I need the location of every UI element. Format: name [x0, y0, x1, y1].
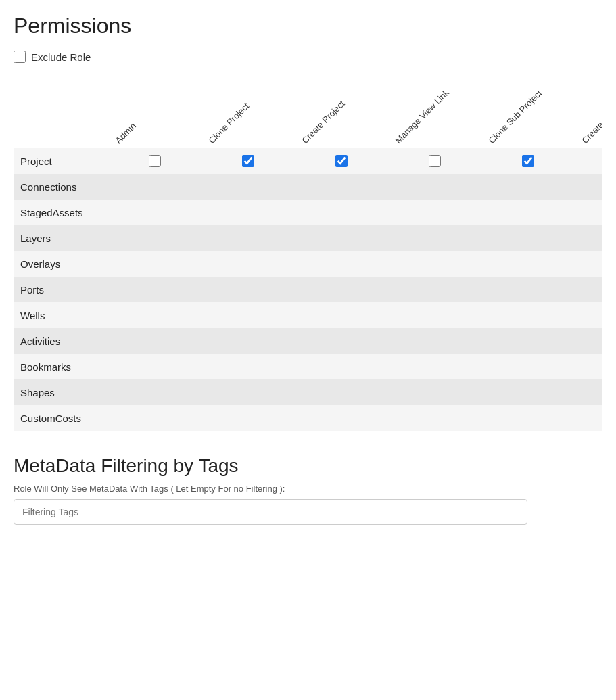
cell-bookmarks-createSubProject: [575, 354, 602, 379]
cell-activities-createSubProject: [575, 328, 602, 354]
cell-wells-manageViewLink: [388, 302, 481, 328]
cell-connections-cloneProject: [202, 174, 295, 200]
row-label-customcosts: CustomCosts: [14, 405, 108, 431]
cell-project-cloneProject[interactable]: [202, 148, 295, 174]
table-row: Connections: [14, 174, 602, 200]
table-row: StagedAssets: [14, 200, 602, 225]
cell-overlays-manageViewLink: [388, 251, 481, 277]
filtering-tags-input[interactable]: [14, 499, 527, 525]
cell-connections-manageViewLink: [388, 174, 481, 200]
cell-connections-createProject: [295, 174, 388, 200]
table-row: Wells: [14, 302, 602, 328]
metadata-section: MetaData Filtering by Tags Role Will Onl…: [14, 455, 602, 525]
checkbox-project-admin[interactable]: [149, 155, 161, 167]
page-title: Permissions: [14, 14, 602, 39]
cell-wells-cloneProject: [202, 302, 295, 328]
col-header-admin: Admin: [108, 67, 202, 148]
row-label-overlays: Overlays: [14, 251, 108, 277]
table-row: Activities: [14, 328, 602, 354]
table-row: CustomCosts: [14, 405, 602, 431]
col-header-cloneProject: Clone Project: [202, 67, 295, 148]
checkbox-project-cloneProject[interactable]: [242, 155, 254, 167]
row-label-connections: Connections: [14, 174, 108, 200]
cell-activities-cloneProject: [202, 328, 295, 354]
cell-overlays-cloneSubProject: [481, 251, 575, 277]
cell-activities-createProject: [295, 328, 388, 354]
checkbox-project-createProject[interactable]: [335, 155, 348, 167]
cell-shapes-createProject: [295, 379, 388, 405]
col-header-createProject: Create Project: [295, 67, 388, 148]
cell-ports-manageViewLink: [388, 277, 481, 302]
row-label-layers: Layers: [14, 225, 108, 251]
cell-customcosts-manageViewLink: [388, 405, 481, 431]
row-label-bookmarks: Bookmarks: [14, 354, 108, 379]
permissions-table-wrapper: AdminClone ProjectCreate ProjectManage V…: [14, 67, 602, 431]
cell-stagedassets-cloneProject: [202, 200, 295, 225]
cell-shapes-cloneProject: [202, 379, 295, 405]
table-row: Layers: [14, 225, 602, 251]
cell-customcosts-cloneProject: [202, 405, 295, 431]
cell-wells-cloneSubProject: [481, 302, 575, 328]
cell-shapes-cloneSubProject: [481, 379, 575, 405]
cell-ports-cloneSubProject: [481, 277, 575, 302]
cell-layers-createProject: [295, 225, 388, 251]
cell-bookmarks-manageViewLink: [388, 354, 481, 379]
cell-customcosts-cloneSubProject: [481, 405, 575, 431]
cell-bookmarks-createProject: [295, 354, 388, 379]
col-header-cloneSubProject: Clone Sub Project: [481, 67, 575, 148]
cell-stagedassets-createSubProject: [575, 200, 602, 225]
cell-project-createSubProject[interactable]: [575, 148, 602, 174]
cell-ports-createSubProject: [575, 277, 602, 302]
cell-connections-admin: [108, 174, 202, 200]
checkbox-project-cloneSubProject[interactable]: [522, 155, 534, 167]
cell-bookmarks-cloneProject: [202, 354, 295, 379]
cell-ports-admin: [108, 277, 202, 302]
col-header-manageViewLink: Manage View Link: [388, 67, 481, 148]
cell-bookmarks-cloneSubProject: [481, 354, 575, 379]
cell-overlays-createSubProject: [575, 251, 602, 277]
cell-activities-admin: [108, 328, 202, 354]
table-row: Project: [14, 148, 602, 174]
cell-activities-cloneSubProject: [481, 328, 575, 354]
row-label-shapes: Shapes: [14, 379, 108, 405]
cell-project-admin[interactable]: [108, 148, 202, 174]
cell-layers-cloneProject: [202, 225, 295, 251]
cell-wells-createSubProject: [575, 302, 602, 328]
exclude-role-label[interactable]: Exclude Role: [31, 51, 91, 63]
cell-customcosts-createSubProject: [575, 405, 602, 431]
checkbox-project-manageViewLink[interactable]: [429, 155, 441, 167]
table-row: Bookmarks: [14, 354, 602, 379]
table-row: Overlays: [14, 251, 602, 277]
cell-shapes-createSubProject: [575, 379, 602, 405]
row-label-ports: Ports: [14, 277, 108, 302]
cell-activities-manageViewLink: [388, 328, 481, 354]
cell-wells-createProject: [295, 302, 388, 328]
metadata-title: MetaData Filtering by Tags: [14, 455, 602, 477]
cell-stagedassets-createProject: [295, 200, 388, 225]
cell-project-createProject[interactable]: [295, 148, 388, 174]
cell-stagedassets-cloneSubProject: [481, 200, 575, 225]
metadata-subtitle: Role Will Only See MetaData With Tags ( …: [14, 484, 602, 494]
cell-stagedassets-admin: [108, 200, 202, 225]
table-row: Ports: [14, 277, 602, 302]
cell-connections-createSubProject: [575, 174, 602, 200]
exclude-role-checkbox[interactable]: [14, 51, 26, 63]
cell-layers-manageViewLink: [388, 225, 481, 251]
cell-project-manageViewLink[interactable]: [388, 148, 481, 174]
exclude-role-row: Exclude Role: [14, 51, 602, 63]
cell-stagedassets-manageViewLink: [388, 200, 481, 225]
row-label-project: Project: [14, 148, 108, 174]
cell-layers-admin: [108, 225, 202, 251]
cell-layers-createSubProject: [575, 225, 602, 251]
cell-connections-cloneSubProject: [481, 174, 575, 200]
col-header-empty: [14, 67, 108, 148]
cell-shapes-admin: [108, 379, 202, 405]
cell-customcosts-admin: [108, 405, 202, 431]
cell-ports-cloneProject: [202, 277, 295, 302]
cell-overlays-createProject: [295, 251, 388, 277]
col-header-createSubProject: Create Sub Project: [575, 67, 602, 148]
cell-project-cloneSubProject[interactable]: [481, 148, 575, 174]
permissions-table: AdminClone ProjectCreate ProjectManage V…: [14, 67, 602, 431]
cell-overlays-admin: [108, 251, 202, 277]
cell-ports-createProject: [295, 277, 388, 302]
